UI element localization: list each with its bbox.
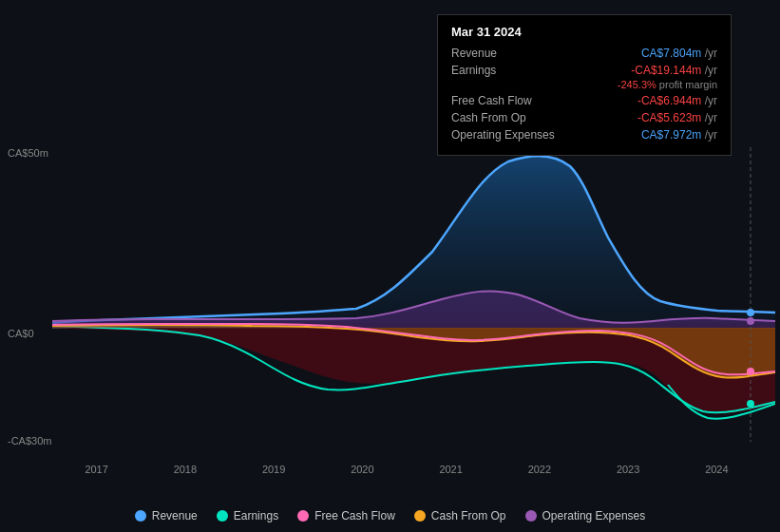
tooltip-cashop-row: Cash From Op -CA$5.623m /yr [451,111,717,124]
legend-earnings: Earnings [217,509,278,522]
tooltip-revenue-row: Revenue CA$7.804m /yr [451,47,717,60]
legend-opex: Operating Expenses [525,509,646,522]
legend-earnings-dot [217,510,228,522]
x-label-2019: 2019 [262,464,285,475]
svg-point-1 [747,309,754,316]
x-label-2022: 2022 [528,464,551,475]
legend-earnings-label: Earnings [234,509,278,522]
tooltip-revenue-value: CA$7.804m /yr [641,47,717,60]
tooltip-earnings-value: -CA$19.144m /yr [631,64,717,77]
legend-cashop-label: Cash From Op [431,509,506,522]
legend-fcf-dot [297,510,309,522]
tooltip-fcf-label: Free Cash Flow [451,94,532,107]
tooltip-earnings-row: Earnings -CA$19.144m /yr [451,64,717,77]
x-label-2024: 2024 [705,464,728,475]
x-label-2018: 2018 [174,464,197,475]
x-label-2021: 2021 [439,464,462,475]
svg-point-3 [747,368,754,375]
tooltip-cashop-label: Cash From Op [451,111,526,124]
legend-revenue: Revenue [135,509,198,522]
legend-cashop: Cash From Op [414,509,506,522]
tooltip-opex-label: Operating Expenses [451,128,555,142]
y-label-bot: -CA$30m [8,435,51,446]
x-label-2023: 2023 [617,464,639,475]
x-label-2020: 2020 [351,464,373,475]
tooltip-panel: Mar 31 2024 Revenue CA$7.804m /yr Earnin… [437,14,732,156]
x-axis-labels: 2017 2018 2019 2020 2021 2022 2023 2024 [0,464,780,475]
legend-revenue-dot [135,510,146,522]
tooltip-margin-row: -245.3% profit margin [451,79,717,90]
legend-opex-dot [525,510,537,522]
tooltip-cashop-value: -CA$5.623m /yr [637,111,717,124]
y-label-top: CA$50m [8,147,48,159]
tooltip-fcf-row: Free Cash Flow -CA$6.944m /yr [451,94,717,107]
svg-point-4 [747,400,754,408]
x-label-2017: 2017 [85,464,107,475]
legend-cashop-dot [414,510,426,522]
tooltip-fcf-value: -CA$6.944m /yr [637,94,717,107]
tooltip-earnings-label: Earnings [451,64,496,77]
legend-fcf-label: Free Cash Flow [314,509,395,522]
tooltip-opex-value: CA$7.972m /yr [641,128,717,142]
tooltip-revenue-label: Revenue [451,47,497,60]
legend-opex-label: Operating Expenses [542,509,646,522]
y-label-mid: CA$0 [8,328,34,339]
legend-fcf: Free Cash Flow [297,509,395,522]
tooltip-margin-value: -245.3% profit margin [618,79,717,90]
legend-revenue-label: Revenue [152,509,198,522]
tooltip-opex-row: Operating Expenses CA$7.972m /yr [451,128,717,142]
svg-point-5 [747,317,754,325]
tooltip-date: Mar 31 2024 [451,25,717,39]
chart-svg [52,147,775,442]
chart-legend: Revenue Earnings Free Cash Flow Cash Fro… [0,509,780,522]
